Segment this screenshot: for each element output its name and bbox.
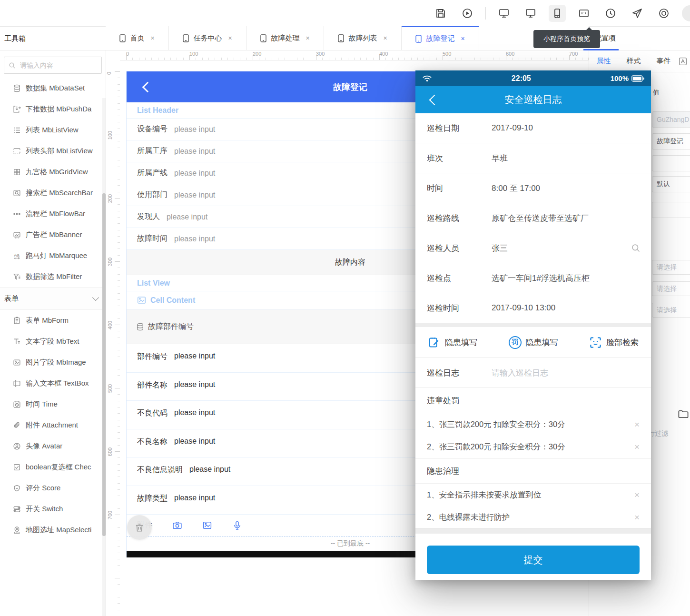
sidebar-scrollbar-thumb[interactable] bbox=[102, 193, 106, 536]
toolbox-item-marquee[interactable]: Aa 跑马灯 MbMarquee bbox=[0, 245, 106, 266]
phone-field-row[interactable]: 班次早班 bbox=[415, 143, 651, 173]
preview-run-icon[interactable] bbox=[459, 5, 476, 22]
hazard-fill-action[interactable]: 隐患填写 bbox=[428, 336, 477, 349]
field-placeholder[interactable]: please input bbox=[174, 169, 215, 178]
tab-fault-register[interactable]: 故障登记 × bbox=[402, 26, 479, 50]
toolbox-item-mapselect[interactable]: 地图选址 MapSelecti bbox=[0, 519, 106, 540]
toolbox-item-listview[interactable]: 列表 MbListView bbox=[0, 119, 106, 140]
toolbox-item-flowbar[interactable]: 流程栏 MbFlowBar bbox=[0, 203, 106, 224]
log-placeholder[interactable]: 请输入巡检日志 bbox=[492, 368, 548, 378]
toolbox-section-form[interactable]: 表单 bbox=[0, 287, 106, 310]
desktop-preview-icon[interactable] bbox=[495, 5, 513, 22]
toolbox-item-avatar[interactable]: 头像 Avatar bbox=[0, 436, 106, 457]
submit-button[interactable]: 提交 bbox=[427, 546, 640, 574]
field-placeholder[interactable]: please input bbox=[174, 352, 215, 360]
toolbox-item-form[interactable]: 表单 MbForm bbox=[0, 310, 106, 331]
folder-icon[interactable] bbox=[678, 408, 689, 420]
toolbox-item-gridview[interactable]: 九宫格 MbGridView bbox=[0, 161, 106, 182]
image-field-icon bbox=[12, 358, 21, 367]
field-placeholder[interactable]: please input bbox=[174, 380, 215, 389]
toolbox-item-pushdata[interactable]: 下推数据 MbPushDa bbox=[0, 99, 106, 119]
close-icon[interactable]: × bbox=[634, 419, 640, 430]
phone-field-row[interactable]: 巡检点选矿一车间1#浮选机高压柜 bbox=[415, 263, 651, 293]
back-icon[interactable] bbox=[429, 94, 440, 105]
field-placeholder[interactable]: please input bbox=[167, 213, 207, 221]
phone-preview-icon[interactable] bbox=[549, 5, 566, 22]
toolbox-item-listheader[interactable]: 列表头部 MbListView bbox=[0, 140, 106, 161]
tab-fault-list[interactable]: 故障列表 × bbox=[324, 26, 402, 50]
phone-field-row[interactable]: 巡检人员 张三 bbox=[415, 233, 651, 263]
phone-field-row[interactable]: 巡检时间2017-09-10 13:00 bbox=[415, 293, 651, 323]
inspector-select[interactable]: 请选择 bbox=[652, 260, 690, 275]
penalty-fill-action[interactable]: 罚 隐患填写 bbox=[509, 336, 558, 349]
toolbox-item-label: boolean复选框 Chec bbox=[26, 463, 91, 472]
inspector-select[interactable]: 请选择 bbox=[652, 281, 690, 296]
toolbox-item-checkbox[interactable]: boolean复选框 Chec bbox=[0, 457, 106, 477]
close-icon[interactable]: × bbox=[634, 512, 640, 523]
pad-preview-icon[interactable] bbox=[522, 5, 539, 22]
toolbox-item-imagefield[interactable]: 图片字段 MbImage bbox=[0, 352, 106, 373]
delete-component-button[interactable] bbox=[127, 515, 152, 540]
field-placeholder[interactable]: please input bbox=[174, 191, 215, 199]
inspector-select[interactable]: 请选择 bbox=[652, 303, 690, 318]
toolbox-item-textbox[interactable]: 输入文本框 TextBox bbox=[0, 373, 106, 394]
phone-log-row[interactable]: 巡检日志 请输入巡检日志 bbox=[415, 358, 651, 388]
field-placeholder[interactable]: please input bbox=[189, 465, 230, 474]
user-avatar[interactable] bbox=[682, 5, 690, 21]
toolbox-search-input[interactable] bbox=[19, 61, 92, 70]
toolbox-item-searchbar[interactable]: 搜索栏 MbSearchBar bbox=[0, 182, 106, 203]
field-placeholder[interactable]: please input bbox=[174, 408, 215, 417]
tab-home[interactable]: 首页 × bbox=[106, 26, 169, 50]
field-type-icon[interactable] bbox=[679, 57, 690, 66]
list-header-icon bbox=[12, 147, 21, 155]
tab-fault-handle[interactable]: 故障处理 × bbox=[246, 26, 324, 50]
search-icon[interactable] bbox=[631, 243, 641, 253]
toolbox-item-attachment[interactable]: 附件 Attachment bbox=[0, 415, 106, 436]
microphone-icon[interactable] bbox=[232, 520, 242, 530]
help-icon[interactable] bbox=[655, 5, 672, 22]
close-icon[interactable]: × bbox=[150, 34, 154, 42]
publish-icon[interactable] bbox=[629, 5, 646, 22]
face-search-action[interactable]: 脸部检索 bbox=[589, 336, 639, 349]
field-placeholder[interactable]: please input bbox=[174, 494, 215, 502]
phone-field-row[interactable]: 巡检路线原矿仓至传送皮带至选矿厂 bbox=[415, 203, 651, 233]
inspector-empty-input[interactable] bbox=[652, 155, 690, 171]
camera-icon[interactable] bbox=[172, 520, 182, 530]
history-icon[interactable] bbox=[602, 5, 619, 22]
close-icon[interactable]: × bbox=[634, 442, 640, 452]
toolbox-item-score[interactable]: 评分 Score bbox=[0, 477, 106, 498]
close-icon[interactable]: × bbox=[228, 34, 232, 42]
aspect-ratio-icon[interactable] bbox=[575, 5, 592, 22]
save-icon[interactable] bbox=[432, 5, 449, 22]
tab-style[interactable]: 样式 bbox=[619, 57, 649, 66]
image-icon[interactable] bbox=[202, 520, 212, 530]
tab-task-center[interactable]: 任务中心 × bbox=[169, 26, 246, 50]
field-placeholder[interactable]: please input bbox=[174, 437, 215, 446]
close-icon[interactable]: × bbox=[634, 490, 640, 500]
inspector-field-name-input[interactable]: 故障登记 bbox=[652, 133, 690, 149]
inspector-empty-input[interactable] bbox=[652, 202, 690, 218]
toolbox-item-filter[interactable]: 数据筛选 MbFilter bbox=[0, 266, 106, 287]
phone-field-row[interactable]: 时间8:00 至 17:00 bbox=[415, 173, 651, 203]
toolbox-item-dataset[interactable]: 数据集 MbDataSet bbox=[0, 78, 106, 99]
close-icon[interactable]: × bbox=[306, 34, 309, 42]
inspector-default-input[interactable]: 默认 bbox=[652, 176, 690, 192]
field-placeholder[interactable]: please input bbox=[174, 235, 215, 243]
inspector-tabs: 属性 样式 事件 bbox=[589, 50, 690, 72]
close-icon[interactable]: × bbox=[461, 35, 464, 42]
inspector-top-tab[interactable]: 配置项 bbox=[589, 27, 690, 50]
phone-field-row[interactable]: 巡检日期2017-09-10 bbox=[415, 113, 651, 143]
toolbox-item-time[interactable]: 时间 Time bbox=[0, 394, 106, 415]
tab-events[interactable]: 事件 bbox=[649, 57, 679, 66]
toolbox-item-textfield[interactable]: 文本字段 MbText bbox=[0, 331, 106, 352]
ruler-number: 500 bbox=[443, 51, 451, 57]
tab-properties[interactable]: 属性 bbox=[589, 57, 619, 66]
toolbox-search[interactable] bbox=[4, 57, 102, 74]
toolbox-sidebar: 工具箱 数据集 MbDataSet 下推数据 MbPushDa 列表 MbLis… bbox=[0, 26, 106, 616]
field-placeholder[interactable]: please input bbox=[174, 125, 215, 134]
field-placeholder[interactable]: please input bbox=[174, 147, 215, 156]
close-icon[interactable]: × bbox=[383, 34, 387, 42]
toolbox-item-banner[interactable]: 广告栏 MbBanner bbox=[0, 224, 106, 245]
toolbox-item-switch[interactable]: 开关 Switch bbox=[0, 498, 106, 519]
inspector-field-id-input[interactable]: GuZhangD bbox=[652, 111, 690, 128]
